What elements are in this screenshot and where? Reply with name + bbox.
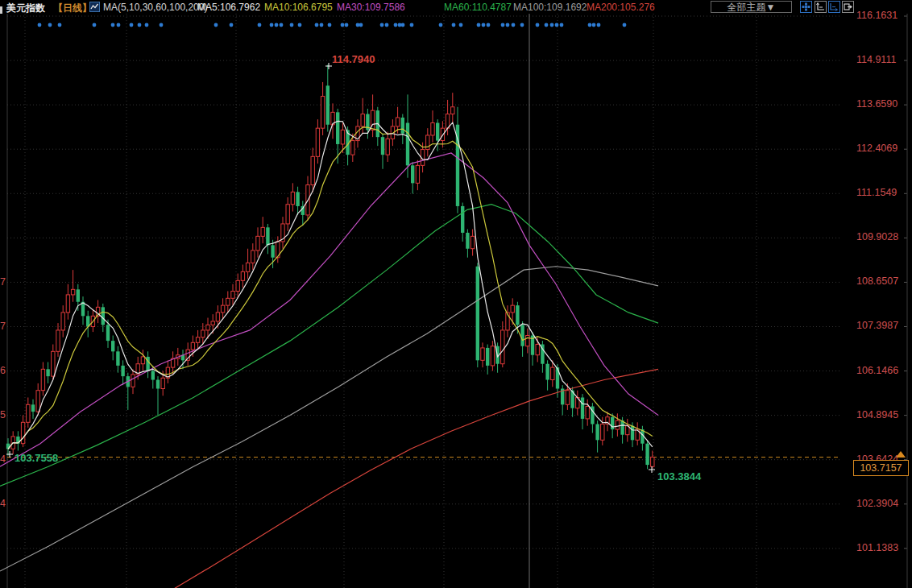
candle-body	[651, 457, 654, 466]
candle-body	[341, 130, 344, 144]
event-dot	[345, 23, 349, 27]
left-axis-digit: 4	[0, 453, 6, 465]
event-dot	[258, 23, 262, 27]
candle-body	[456, 125, 459, 206]
candle-body	[256, 236, 259, 251]
event-dot	[48, 23, 52, 27]
candle-body	[102, 307, 105, 325]
event-dot	[477, 23, 481, 27]
event-dot	[290, 23, 294, 27]
candle-body	[251, 251, 255, 263]
event-dot	[111, 23, 115, 27]
candle-body	[151, 371, 155, 380]
event-dot	[359, 23, 363, 27]
left-axis-digit: 7	[0, 321, 6, 332]
move-chart-icon[interactable]	[800, 1, 812, 13]
event-dot	[401, 23, 405, 27]
candle-body	[536, 345, 539, 355]
candle-body	[401, 118, 404, 134]
event-dot	[328, 23, 332, 27]
candle-body	[111, 341, 114, 351]
price-up-arrow-icon	[896, 451, 906, 458]
candle-body	[501, 330, 504, 364]
ma10-legend: MA10:106.6795	[264, 2, 333, 13]
candle-body	[271, 245, 274, 257]
event-dot	[38, 23, 42, 27]
candle-body	[416, 165, 419, 183]
y-axis-label: 102.3904	[856, 498, 898, 509]
ma60-legend: MA60:110.4787	[444, 2, 512, 13]
candle-body	[351, 141, 354, 155]
candle-body	[196, 337, 199, 343]
candle-body	[381, 137, 384, 155]
ma30-legend: MA30:109.7586	[337, 2, 405, 13]
y-axis-label: 106.1466	[856, 365, 898, 376]
last-price-box: 103.7157	[853, 460, 909, 476]
axis-scale-right-icon[interactable]	[828, 1, 840, 13]
event-dot	[560, 23, 564, 27]
event-dot	[160, 23, 164, 27]
candle-body	[31, 404, 35, 412]
y-axis-label: 101.1383	[856, 542, 898, 553]
event-dot	[487, 23, 491, 27]
trading-app: 美元指数 【日线】 MA(5,10,30,60,100,200) MA5:106…	[0, 0, 912, 588]
candle-body	[466, 233, 469, 249]
candle-body	[386, 139, 389, 155]
event-dot	[138, 23, 142, 27]
event-dot	[58, 23, 62, 27]
candle-body	[206, 325, 209, 330]
candle-body	[631, 426, 634, 441]
event-dot	[230, 23, 234, 27]
candle-body	[581, 398, 584, 419]
axis-scale-left-icon[interactable]	[815, 1, 827, 13]
ma-group-label: MA(5,10,30,60,100,200)	[103, 2, 207, 13]
candle-body	[221, 305, 224, 313]
event-dot	[145, 23, 149, 27]
left-low-price-label: 103.7558	[15, 452, 58, 464]
left-axis-digit: 6	[0, 365, 6, 376]
y-axis-label: 112.4069	[856, 143, 897, 154]
candle-body	[486, 348, 489, 366]
event-dot	[315, 23, 319, 27]
event-dot	[298, 23, 302, 27]
event-dot	[320, 23, 324, 27]
theme-dropdown-button[interactable]: 全部主题▼	[711, 1, 792, 13]
candle-body	[141, 357, 144, 364]
event-dot	[536, 23, 540, 27]
chart-mini-icon[interactable]	[89, 2, 100, 12]
instrument-title: 美元指数	[6, 2, 45, 15]
candlestick-chart[interactable]	[0, 0, 912, 588]
event-dot	[275, 23, 279, 27]
event-dot	[520, 23, 524, 27]
candle-body	[516, 305, 519, 325]
ma100-legend: MA100:109.1692	[513, 2, 587, 13]
candle-body	[526, 336, 529, 346]
event-dot	[545, 23, 549, 27]
candle-body	[616, 420, 619, 429]
candle-body	[476, 267, 479, 361]
candle-body	[620, 420, 624, 435]
candle-body	[396, 118, 399, 126]
candle-body	[611, 417, 614, 429]
candle-body	[411, 165, 414, 183]
event-dot	[385, 23, 389, 27]
popout-icon[interactable]	[842, 1, 854, 13]
candle-body	[121, 366, 124, 376]
event-dot	[130, 23, 134, 27]
candle-body	[316, 128, 319, 156]
event-dot	[588, 23, 592, 27]
candle-body	[156, 380, 160, 389]
period-label: 【日线】	[53, 2, 92, 15]
candle-body	[336, 112, 339, 144]
candle-body	[191, 342, 194, 350]
event-dot	[214, 23, 218, 27]
candle-body	[321, 97, 324, 129]
event-dot	[380, 23, 384, 27]
candle-body	[520, 325, 524, 346]
candle-body	[511, 305, 514, 313]
candle-body	[66, 295, 69, 313]
y-axis-label: 104.8945	[856, 409, 898, 420]
candle-body	[116, 351, 119, 366]
event-dot	[93, 23, 97, 27]
event-dot	[623, 23, 627, 27]
